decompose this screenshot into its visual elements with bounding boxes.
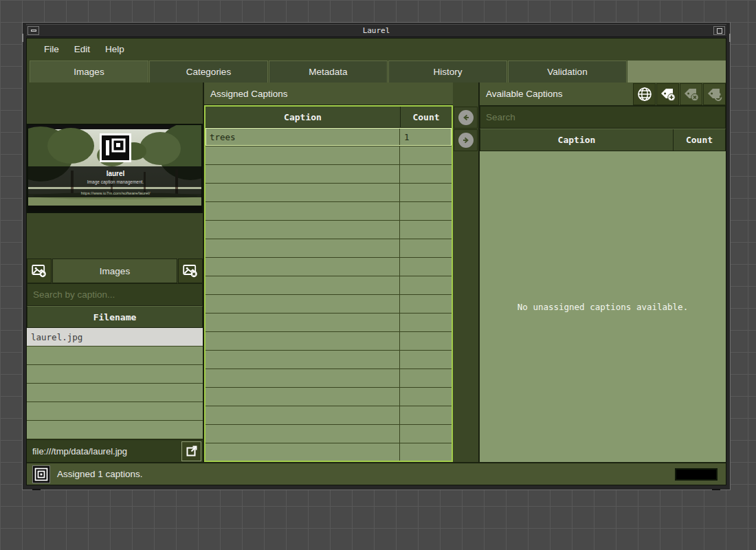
assigned-caption-cell: trees <box>205 128 400 146</box>
add-image-button[interactable] <box>27 258 52 283</box>
resize-handle-bottom-right[interactable] <box>712 482 720 490</box>
empty-row[interactable] <box>205 258 452 276</box>
assigned-row-selected[interactable]: trees 1 <box>205 128 452 146</box>
empty-row[interactable] <box>205 146 452 165</box>
app-window: Laurel File Edit Help Images Categories … <box>22 22 731 490</box>
tab-metadata[interactable]: Metadata <box>269 60 388 82</box>
unassign-right-arrow-icon <box>458 133 474 148</box>
tab-bar-filler <box>627 60 726 82</box>
assign-caption-button[interactable] <box>454 107 478 129</box>
assigned-captions-table: Caption Count trees 1 <box>204 105 453 462</box>
titlebar[interactable]: Laurel <box>26 24 726 37</box>
open-external-icon <box>186 445 198 457</box>
empty-row[interactable] <box>205 351 452 369</box>
file-path-bar: file:///tmp/data/laurel.jpg <box>27 439 203 462</box>
assigned-count-column-header[interactable]: Count <box>400 107 452 127</box>
transfer-buttons-column <box>453 82 478 462</box>
tab-categories[interactable]: Categories <box>149 60 268 82</box>
available-caption-column-header[interactable]: Caption <box>480 129 673 151</box>
minimize-icon <box>31 30 36 32</box>
empty-row[interactable] <box>205 295 452 314</box>
empty-row[interactable] <box>205 332 452 351</box>
remove-caption-icon <box>683 87 700 102</box>
empty-row[interactable] <box>205 369 452 388</box>
no-captions-message: No unassigned captions available. <box>518 302 688 312</box>
minimize-button[interactable] <box>27 26 39 35</box>
assigned-rows: trees 1 <box>205 128 452 461</box>
empty-row[interactable] <box>205 388 452 406</box>
empty-row[interactable] <box>27 421 203 439</box>
available-captions-body: No unassigned captions available. <box>480 151 726 462</box>
tab-images[interactable]: Images <box>30 60 148 82</box>
available-count-column-header[interactable]: Count <box>673 129 725 151</box>
svg-text:Image caption management.: Image caption management. <box>87 179 144 185</box>
menu-bar: File Edit Help <box>27 38 726 59</box>
images-section-label: Images <box>52 258 177 283</box>
left-spacer-2 <box>27 213 203 258</box>
menu-help[interactable]: Help <box>98 41 132 57</box>
maximize-button[interactable] <box>713 26 725 35</box>
laurel-logo-icon <box>100 133 131 162</box>
globe-icon <box>636 86 653 102</box>
unassign-caption-button[interactable] <box>454 129 478 151</box>
add-caption-button[interactable] <box>656 83 679 105</box>
assigned-count-cell: 1 <box>400 128 452 146</box>
reload-captions-icon <box>707 87 723 102</box>
status-message: Assigned 1 captions. <box>57 469 675 479</box>
empty-row[interactable] <box>205 276 452 295</box>
empty-row[interactable] <box>27 365 203 384</box>
available-captions-panel: Available Captions <box>480 82 726 462</box>
open-external-button[interactable] <box>181 441 201 461</box>
status-logo <box>32 465 50 483</box>
tab-bar: Images Categories Metadata History Valid… <box>27 59 726 82</box>
empty-row[interactable] <box>205 314 452 332</box>
empty-row[interactable] <box>205 443 452 461</box>
filename-column-header[interactable]: Filename <box>27 306 203 328</box>
empty-row[interactable] <box>27 402 203 421</box>
global-captions-button[interactable] <box>633 83 656 105</box>
filename-rows: laurel.jpg <box>27 328 203 439</box>
remove-image-icon <box>183 264 198 278</box>
available-captions-header: Available Captions <box>480 82 726 106</box>
remove-caption-button[interactable] <box>680 83 702 105</box>
empty-row[interactable] <box>27 384 203 402</box>
window-title: Laurel <box>26 25 726 36</box>
svg-text:laurel: laurel <box>107 170 125 177</box>
tab-validation[interactable]: Validation <box>508 60 627 82</box>
laurel-logo-icon <box>34 467 49 482</box>
progress-bar <box>675 468 718 481</box>
available-captions-table-header: Caption Count <box>480 129 726 151</box>
assigned-captions-title: Assigned Captions <box>204 82 453 105</box>
assign-left-arrow-icon <box>458 110 474 125</box>
image-panel: laurel Image caption management. https:/… <box>27 82 204 462</box>
empty-row[interactable] <box>205 239 452 258</box>
assigned-caption-column-header[interactable]: Caption <box>205 107 400 127</box>
empty-row[interactable] <box>205 165 452 184</box>
image-search-input[interactable] <box>27 283 203 306</box>
menu-file[interactable]: File <box>36 41 67 57</box>
image-preview: laurel Image caption management. https:/… <box>27 124 203 213</box>
tab-history[interactable]: History <box>388 60 507 82</box>
status-bar: Assigned 1 captions. <box>27 462 726 485</box>
left-spacer <box>27 82 203 124</box>
assigned-captions-panel: Assigned Captions Caption Count trees 1 <box>204 82 453 462</box>
available-captions-search-input[interactable] <box>480 106 726 129</box>
file-path-text: file:///tmp/data/laurel.jpg <box>32 446 181 456</box>
menu-edit[interactable]: Edit <box>67 41 98 57</box>
add-image-icon <box>32 264 47 278</box>
empty-row[interactable] <box>205 221 452 239</box>
file-row-selected[interactable]: laurel.jpg <box>27 328 203 346</box>
available-captions-title: Available Captions <box>486 89 632 99</box>
empty-row[interactable] <box>205 184 452 202</box>
empty-row[interactable] <box>27 346 203 365</box>
empty-row[interactable] <box>205 406 452 425</box>
empty-row[interactable] <box>205 425 452 443</box>
images-toolbar: Images <box>27 258 203 283</box>
remove-image-button[interactable] <box>178 258 203 283</box>
resize-handle-bottom-left[interactable] <box>32 482 41 490</box>
maximize-icon <box>717 28 722 34</box>
add-caption-icon <box>660 87 676 102</box>
reload-captions-button[interactable] <box>703 83 726 105</box>
svg-text:https://www.io7m.com/software/: https://www.io7m.com/software/laurel/ <box>81 191 151 195</box>
empty-row[interactable] <box>205 202 452 221</box>
